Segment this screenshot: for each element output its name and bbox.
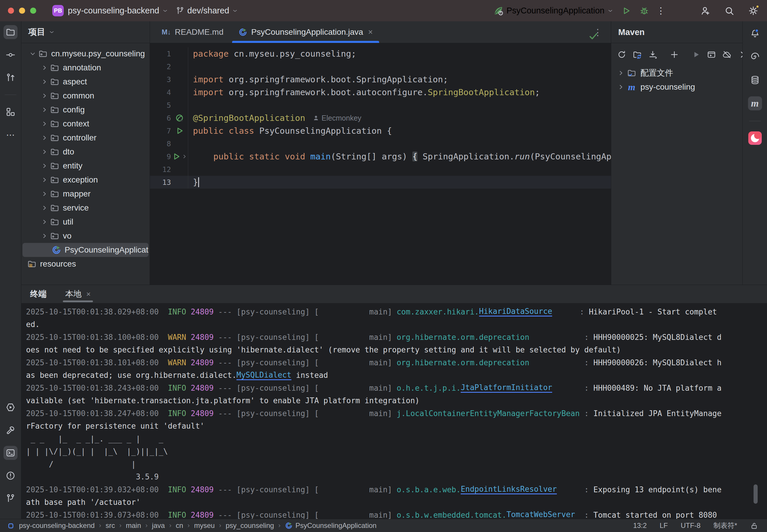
inspections-ok-icon[interactable] <box>588 31 599 41</box>
breadcrumb-item[interactable]: psy_counseling <box>226 521 274 530</box>
stripe-item-more[interactable]: ⋯ <box>4 128 18 142</box>
chevron-right-icon[interactable] <box>39 135 50 141</box>
chevron-right-icon[interactable] <box>39 65 50 71</box>
code-with-me-button[interactable] <box>700 6 710 16</box>
chevron-down-icon[interactable] <box>27 51 38 57</box>
code-line-5[interactable]: 5 <box>150 99 611 112</box>
chevron-right-icon[interactable] <box>39 177 50 183</box>
breadcrumb-item[interactable]: myseu <box>194 521 215 530</box>
chevron-right-icon[interactable] <box>39 163 50 169</box>
maven-run-disabled-button[interactable] <box>691 50 701 59</box>
chevron-right-icon[interactable] <box>39 191 50 197</box>
close-icon[interactable]: × <box>368 28 373 37</box>
project-widget[interactable]: psy-counseling-backend <box>68 6 168 15</box>
breadcrumb-item[interactable]: PsyCounselingApplication <box>285 521 377 530</box>
chevron-right-icon[interactable] <box>39 219 50 225</box>
stripe-item-update[interactable] <box>4 71 18 85</box>
tree-item-context[interactable]: context <box>21 117 150 131</box>
tree-item-entity[interactable]: entity <box>21 159 150 173</box>
log-class-link[interactable]: TomcatWebServer <box>506 510 575 519</box>
stripe-item-version-control[interactable] <box>4 491 18 505</box>
maven-execute-goal-button[interactable] <box>707 50 716 59</box>
code-line-12[interactable]: 12 <box>150 163 611 176</box>
status-widget--[interactable]: 制表符* <box>714 521 737 530</box>
stripe-item-problems[interactable] <box>4 469 18 483</box>
breadcrumb-item[interactable]: java <box>152 521 165 530</box>
maven-offline-mode-button[interactable] <box>722 50 732 59</box>
tree-item-cn-myseu-psy-counseling[interactable]: cn.myseu.psy_counseling <box>21 47 150 61</box>
tree-item-vo[interactable]: vo <box>21 229 150 243</box>
terminal-tab-local[interactable]: 本地 × <box>63 285 93 303</box>
code-line-1[interactable]: 1package cn.myseu.psy_counseling; <box>150 47 611 60</box>
chevron-right-icon[interactable] <box>39 93 50 99</box>
tree-item-annotation[interactable]: annotation <box>21 61 150 75</box>
tree-item-resources[interactable]: resources <box>21 257 150 271</box>
code-line-9[interactable]: 9 public static void main(String[] args)… <box>150 150 611 163</box>
tree-item-service[interactable]: service <box>21 201 150 215</box>
lock-icon[interactable] <box>750 521 758 530</box>
run-button[interactable] <box>622 6 631 15</box>
chevron-right-icon[interactable] <box>39 79 50 85</box>
status-widget-LF[interactable]: LF <box>660 521 668 530</box>
maven-item-psy-counseling[interactable]: mpsy-counseling <box>611 80 742 94</box>
maven-reload-projects-button[interactable] <box>633 50 642 59</box>
code-editor[interactable]: 1package cn.myseu.psy_counseling;23impor… <box>150 43 611 285</box>
breadcrumb-item[interactable]: src <box>105 521 115 530</box>
breadcrumb-item[interactable]: psy-counseling-backend <box>19 521 95 530</box>
maven-item--[interactable]: 配置文件 <box>611 66 742 80</box>
code-line-2[interactable]: 2 <box>150 60 611 73</box>
stripe-item-services-run[interactable] <box>4 400 18 414</box>
code-line-13[interactable]: 13} <box>150 176 611 189</box>
maven-refresh-button[interactable] <box>617 50 627 59</box>
maximize-window-button[interactable] <box>30 8 36 14</box>
stripe-item-commit[interactable] <box>4 48 18 62</box>
chevron-right-icon[interactable] <box>39 205 50 211</box>
debug-button[interactable] <box>640 6 649 15</box>
log-class-link[interactable]: EndpointLinksResolver <box>461 485 557 494</box>
log-class-link[interactable]: JtaPlatformInitiator <box>461 383 552 393</box>
stripe-item-build-hammer[interactable] <box>4 423 18 437</box>
run-configuration-selector[interactable]: PsyCounselingApplication <box>493 6 613 16</box>
chevron-right-icon[interactable] <box>39 107 50 113</box>
search-everywhere-button[interactable] <box>724 6 734 16</box>
author-inline-hint[interactable]: Elecmonkey <box>313 114 361 122</box>
stripe-item-structure[interactable] <box>4 105 18 119</box>
chevron-right-icon[interactable] <box>39 233 50 239</box>
stripe-item-terminal[interactable] <box>4 446 18 460</box>
maven-download-sources-button[interactable] <box>648 50 657 59</box>
tree-item-util[interactable]: util <box>21 215 150 229</box>
tree-item-config[interactable]: config <box>21 103 150 117</box>
settings-button[interactable] <box>748 6 758 16</box>
code-line-7[interactable]: 7public class PsyCounselingApplication { <box>150 124 611 137</box>
terminal-output[interactable]: 2025-10-15T00:01:38.029+08:00 INFO 24809… <box>21 303 767 519</box>
chevron-right-icon[interactable] <box>615 84 627 90</box>
status-widget-13-2[interactable]: 13:2 <box>633 521 647 530</box>
stripe-item-plugin-red[interactable] <box>748 131 762 145</box>
tree-item-controller[interactable]: controller <box>21 131 150 145</box>
breadcrumb-item[interactable]: main <box>126 521 141 530</box>
tree-item-aspect[interactable]: aspect <box>21 75 150 89</box>
log-class-link[interactable]: MySQLDialect <box>237 371 292 380</box>
project-badge[interactable]: PB <box>52 5 64 16</box>
chevron-right-icon[interactable] <box>39 149 50 155</box>
code-line-6[interactable]: 6@SpringBootApplicationElecmonkey <box>150 112 611 124</box>
close-window-button[interactable] <box>8 8 14 14</box>
tree-item-common[interactable]: common <box>21 89 150 103</box>
close-icon[interactable]: × <box>86 290 91 299</box>
tree-item-psycounselingapplication[interactable]: PsyCounselingApplication <box>22 243 148 257</box>
vcs-branch-widget[interactable]: dev/shared <box>176 6 238 15</box>
log-class-link[interactable]: HikariDataSource <box>479 307 552 317</box>
chevron-right-icon[interactable] <box>39 121 50 127</box>
editor-tab-psycounselingapplication-java[interactable]: PsyCounselingApplication.java× <box>231 21 380 43</box>
tree-item-exception[interactable]: exception <box>21 173 150 187</box>
more-run-actions-button[interactable]: ⋮ <box>657 6 665 16</box>
stripe-item-database[interactable] <box>748 73 762 87</box>
stripe-item-project-folder[interactable] <box>4 25 18 39</box>
tree-item-dto[interactable]: dto <box>21 145 150 159</box>
terminal-scrollbar[interactable] <box>754 484 758 504</box>
breadcrumb-item[interactable]: cn <box>176 521 183 530</box>
maven-add-button[interactable] <box>670 50 679 59</box>
editor-tab-readme-md[interactable]: M↓README.md <box>154 21 231 43</box>
tree-item-mapper[interactable]: mapper <box>21 187 150 201</box>
project-panel-header[interactable]: 项目 <box>21 21 150 43</box>
